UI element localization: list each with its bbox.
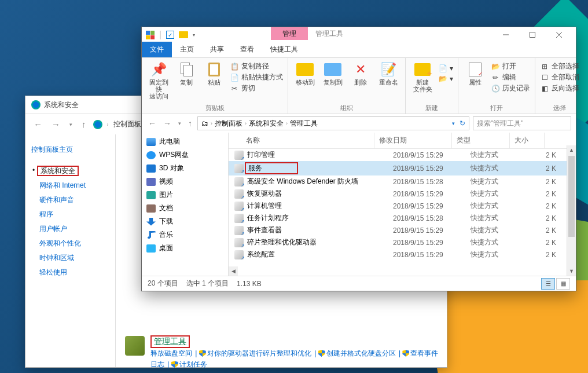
admin-sublink[interactable]: 计划任务 (179, 360, 207, 368)
admin-sublink[interactable]: 释放磁盘空间 (150, 349, 192, 357)
tree-label: 此电脑 (159, 137, 180, 147)
nav-forward[interactable]: → (161, 119, 173, 128)
tab-share[interactable]: 共享 (202, 42, 232, 57)
qat-properties[interactable]: ✓ (166, 31, 174, 39)
up-button[interactable]: ↑ (79, 118, 89, 130)
shortcut-icon (234, 238, 244, 247)
col-size[interactable]: 大小 (510, 133, 545, 148)
sidebar-item[interactable]: 外观和个性化 (31, 236, 109, 251)
rename-button[interactable]: 📝重命名 (376, 60, 400, 103)
sidebar-item[interactable]: 系统和安全 (31, 164, 109, 178)
path-dropdown[interactable]: ▾ (452, 120, 455, 126)
qat-dropdown[interactable]: ▾ (193, 32, 195, 38)
vertical-scrollbar[interactable]: ▲ ▼ (567, 145, 576, 276)
search-input[interactable]: 搜索"管理工具" (473, 116, 571, 130)
pic-icon (146, 191, 156, 199)
maximize-button[interactable] (519, 27, 546, 42)
admin-tools-link[interactable]: 管理工具 (150, 335, 190, 348)
col-type[interactable]: 类型 (452, 133, 510, 148)
tree-node[interactable]: WPS网盘 (146, 148, 228, 162)
view-details[interactable]: ☰ (541, 278, 555, 290)
refresh-button[interactable]: ↻ (460, 119, 465, 127)
tree-node[interactable]: 视频 (146, 175, 228, 188)
easy-access-button[interactable]: 📂▾ (438, 74, 453, 83)
copy-to-button[interactable]: 复制到 (321, 60, 345, 103)
scroll-up[interactable]: ▲ (567, 145, 576, 155)
tree-node[interactable]: 此电脑 (146, 135, 228, 148)
col-name[interactable]: 名称 (229, 133, 374, 148)
tree-view[interactable]: 此电脑WPS网盘3D 对象视频图片文档下载音乐桌面 (142, 133, 229, 276)
move-to-button[interactable]: 移动到 (293, 60, 317, 103)
control-panel-icon (31, 100, 41, 109)
address-bar: ← → ▾ ↑ 🗂 › 控制面板 › 系统和安全 › 管理工具 ▾ ↻ 搜索"管… (142, 114, 576, 133)
tab-file[interactable]: 文件 (142, 42, 172, 57)
edit-button[interactable]: ✏编辑 (491, 72, 530, 82)
nav-up[interactable]: ↑ (186, 119, 194, 128)
copy-path-button[interactable]: 📋复制路径 (230, 61, 283, 71)
table-row[interactable]: 碎片整理和优化驱动器2018/9/15 15:29快捷方式2 K (229, 236, 576, 248)
paste-shortcut-button[interactable]: 📄粘贴快捷方式 (230, 72, 283, 82)
close-button[interactable] (546, 27, 572, 42)
table-row[interactable]: 系统配置2018/9/15 15:29快捷方式2 K (229, 248, 576, 261)
breadcrumb-path[interactable]: 🗂 › 控制面板 › 系统和安全 › 管理工具 ▾ ↻ (197, 116, 469, 130)
properties-button[interactable]: 属性 (463, 60, 487, 103)
scroll-down[interactable]: ▼ (567, 266, 576, 276)
copy-button[interactable]: 复制 (174, 60, 199, 103)
tree-node[interactable]: 图片 (146, 188, 228, 202)
paste-button[interactable]: 粘贴 (202, 60, 226, 103)
selected-count: 选中 1 个项目 (186, 279, 229, 288)
minimize-button[interactable] (493, 27, 519, 42)
tree-node[interactable]: 3D 对象 (146, 162, 228, 175)
sidebar-item[interactable]: 轻松使用 (31, 265, 109, 280)
table-row[interactable]: 事件查看器2018/9/15 15:29快捷方式2 K (229, 224, 576, 236)
sidebar-item[interactable]: 程序 (31, 207, 109, 222)
table-row[interactable]: 打印管理2018/9/15 15:29快捷方式2 K (229, 149, 576, 161)
hscroll-left[interactable]: ◀ (229, 266, 238, 276)
admin-sublink[interactable]: 创建并格式化硬盘分区 (326, 349, 396, 357)
view-icons[interactable]: ▦ (556, 278, 570, 290)
sidebar-item[interactable]: 硬件和声音 (31, 193, 109, 207)
music-icon (146, 231, 156, 239)
table-row[interactable]: 恢复驱动器2018/9/15 15:29快捷方式2 K (229, 188, 576, 200)
tab-view[interactable]: 查看 (232, 42, 262, 57)
file-name: 系统配置 (247, 250, 393, 259)
table-row[interactable]: 服务2018/9/15 15:29快捷方式2 K (229, 161, 576, 175)
new-folder-button[interactable]: 新建 文件夹 (410, 60, 435, 103)
tree-node[interactable]: 桌面 (146, 242, 228, 255)
sidebar-item[interactable]: 网络和 Internet (31, 178, 109, 193)
tree-node[interactable]: 音乐 (146, 228, 228, 242)
scroll-thumb[interactable] (568, 156, 575, 237)
vid-icon (146, 178, 156, 186)
select-none-button[interactable]: ☐全部取消 (540, 72, 579, 82)
tab-home[interactable]: 主页 (172, 42, 202, 57)
context-tab[interactable]: 管理 (271, 27, 308, 40)
column-headers[interactable]: 名称 修改日期 类型 大小 (229, 133, 576, 149)
group-open-label: 打开 (463, 103, 530, 112)
table-row[interactable]: 计算机管理2018/9/15 15:29快捷方式2 K (229, 200, 576, 212)
forward-button[interactable]: → (49, 118, 63, 130)
admin-sublink[interactable]: 对你的驱动器进行碎片整理和优化 (207, 349, 311, 357)
recent-dropdown[interactable]: ▾ (67, 120, 75, 129)
tab-quick[interactable]: 快捷工具 (262, 42, 306, 57)
select-invert-button[interactable]: ◧反向选择 (540, 83, 579, 93)
tree-node[interactable]: 下载 (146, 215, 228, 228)
history-button[interactable]: 🕓历史记录 (491, 83, 530, 93)
sidebar-item[interactable]: 时钟和区域 (31, 251, 109, 265)
table-row[interactable]: 高级安全 Windows Defender 防火墙2018/9/15 15:28… (229, 175, 576, 188)
open-button[interactable]: 📂打开 (491, 61, 530, 71)
nav-back[interactable]: ← (146, 119, 158, 128)
delete-button[interactable]: ✕删除 (348, 60, 373, 103)
table-row[interactable]: 任务计划程序2018/9/15 15:28快捷方式2 K (229, 212, 576, 224)
quick-access-toolbar: | ✓ ▾ 管理 管理工具 (142, 27, 576, 42)
nav-recent[interactable]: ▾ (177, 120, 183, 126)
col-date[interactable]: 修改日期 (374, 133, 452, 148)
back-button[interactable]: ← (31, 118, 45, 130)
cut-button[interactable]: ✂剪切 (230, 83, 283, 93)
select-all-button[interactable]: ⊞全部选择 (540, 61, 579, 71)
new-item-button[interactable]: 📄▾ (438, 64, 453, 73)
tree-node[interactable]: 文档 (146, 202, 228, 215)
sidebar-item[interactable]: 用户帐户 (31, 222, 109, 236)
qat-folder-icon[interactable] (179, 31, 188, 38)
control-panel-home-link[interactable]: 控制面板主页 (31, 145, 109, 155)
pin-button[interactable]: 📌固定到快 速访问 (146, 60, 171, 103)
